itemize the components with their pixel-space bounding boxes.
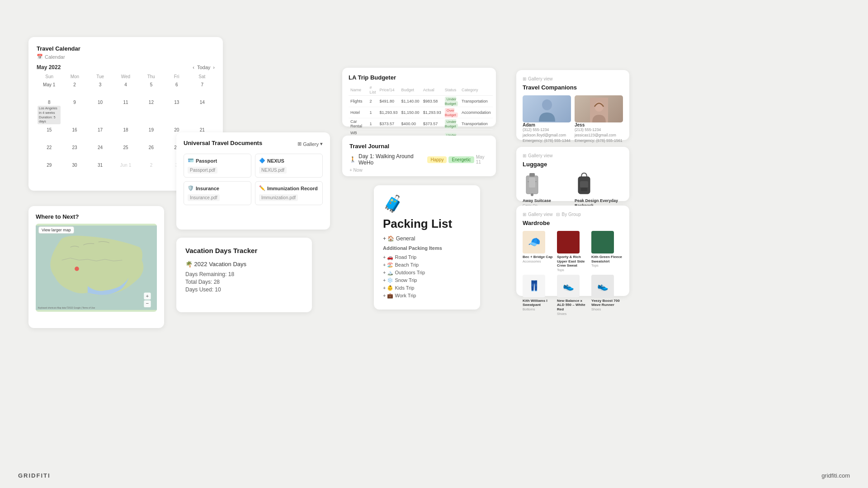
cal-day[interactable]: 13 <box>164 99 189 126</box>
cal-day[interactable]: 31 <box>88 161 113 178</box>
cal-day[interactable]: 30 <box>62 161 87 178</box>
where-next-card: Where to Next? View larger map + − Keybo… <box>28 206 164 328</box>
trip-budgeter-card: LA Trip Budgeter Name # List Price/14 Bu… <box>342 68 496 127</box>
cal-day[interactable]: 25 <box>113 144 138 161</box>
doc-item-nexus[interactable]: 🔷 NEXUS NEXUS.pdf <box>255 154 323 178</box>
cal-day[interactable]: 3 <box>88 81 113 98</box>
companion-adam-name: Adam <box>523 122 571 127</box>
travel-calendar-subtitle: 📅 Calendar <box>37 54 215 60</box>
doc-item-passport[interactable]: 🪪 Passport Passport.pdf <box>184 154 251 178</box>
cal-day[interactable]: 11 <box>113 99 138 126</box>
wardrobe-shoe2-name: Yeezy Boost 700 Wave Runner <box>591 299 623 307</box>
cal-day[interactable]: 9 <box>62 99 87 126</box>
col-actual: Actual <box>421 84 443 96</box>
companion-adam-email: jackson.lloyd@gmail.com <box>523 133 571 138</box>
map-placeholder: View larger map + − Keyboard shortcuts M… <box>36 224 157 312</box>
svg-rect-12 <box>529 173 535 177</box>
cal-day[interactable]: 24 <box>88 144 113 161</box>
cal-day[interactable]: 17 <box>88 126 113 143</box>
cal-day[interactable]: 15 <box>37 126 61 143</box>
companion-adam-emergency: Emergency: (678) 555-1344 <box>523 138 571 144</box>
wardrobe-sweat1-cat: Tops <box>557 268 564 272</box>
svg-text:+: + <box>146 293 149 299</box>
wardrobe-group-label: ⊟ By Group <box>556 212 580 217</box>
branding-right: gridfiti.com <box>821 472 850 479</box>
packing-item[interactable]: + 💼 Work Trip <box>383 292 471 300</box>
calendar-month: May 2022 <box>37 64 61 70</box>
person-icon: 🚶 <box>349 156 356 163</box>
cal-day[interactable]: 23 <box>62 144 87 161</box>
doc-item-insurance[interactable]: 🛡️ Insurance Insurance.pdf <box>184 181 251 205</box>
col-name: Name <box>349 84 368 96</box>
view-larger-map-btn[interactable]: View larger map <box>38 226 74 234</box>
cal-day[interactable]: 10 <box>88 99 113 126</box>
budget-row[interactable]: Flights 2 $491.80 $1,140.00 $983.58 Unde… <box>349 96 493 107</box>
budget-row[interactable]: Car Rental 1 $373.57 $400.00 $373.57 Und… <box>349 118 493 130</box>
companions-gallery-label: ⊞ Gallery view <box>523 76 623 81</box>
wardrobe-sweat1-name: Sporty & Rich Upper East Side Crew Sweat <box>557 255 589 268</box>
immunization-icon: ✏️ <box>259 185 265 191</box>
companion-jess-photo <box>575 95 623 122</box>
packing-item[interactable]: + 👶 Kids Trip <box>383 284 471 292</box>
wardrobe-shoe1-cat: Shoes <box>557 312 566 316</box>
doc-file: Immunization.pdf <box>259 194 298 201</box>
calendar-days-header: SunMon TueWed ThuFri Sat <box>37 74 215 79</box>
cal-day[interactable]: 7 <box>190 81 215 98</box>
gallery-icon: ⊞ <box>523 76 526 81</box>
luggage-title: Luggage <box>523 161 623 168</box>
cal-day[interactable]: 19 <box>139 126 164 143</box>
packing-item[interactable]: + 🏔️ Outdoors Trip <box>383 269 471 277</box>
budget-cell-name: Car Rental <box>349 118 368 130</box>
insurance-icon: 🛡️ <box>188 185 194 191</box>
prev-icon[interactable]: ‹ <box>193 65 194 70</box>
packing-item[interactable]: + 🚗 Road Trip <box>383 253 471 261</box>
journal-new[interactable]: + Now <box>349 168 489 173</box>
doc-item-immunization[interactable]: ✏️ Immunization Record Immunization.pdf <box>255 181 323 205</box>
budget-cell-category: Transportation <box>460 96 493 107</box>
companion-adam: Adam (312) 555-1234 jackson.lloyd@gmail.… <box>523 95 571 144</box>
col-status: Status <box>443 84 460 96</box>
budget-cell-num: 1 <box>368 118 378 130</box>
cal-day[interactable]: 12 <box>139 99 164 126</box>
today-btn[interactable]: Today <box>197 65 210 70</box>
svg-point-14 <box>531 193 533 196</box>
cal-day[interactable]: 8 Los Angelesin 4 weeksDuration: 5 days <box>37 99 61 126</box>
cal-day[interactable]: 29 <box>37 161 61 178</box>
travel-journal-title: Travel Journal <box>349 143 489 150</box>
packing-general[interactable]: + 🏠 General <box>383 235 471 242</box>
cal-day[interactable]: May 1 <box>37 81 61 98</box>
wardrobe-cap-name: Bec + Bridge Cap <box>523 255 552 259</box>
budget-cell-actual: $373.57 <box>421 118 443 130</box>
cal-day[interactable]: 26 <box>139 144 164 161</box>
budget-cell-status: Over Budget <box>443 107 460 118</box>
wardrobe-item-cap: 🧢 Bec + Bridge Cap Accessories <box>523 231 554 272</box>
doc-title: 🛡️ Insurance <box>188 185 247 191</box>
cal-day[interactable]: 2 <box>62 81 87 98</box>
cal-day[interactable]: 2 <box>139 161 164 178</box>
cal-day[interactable]: Jun 1 <box>113 161 138 178</box>
packing-list-card: 🧳 Packing List + 🏠 General Additional Pa… <box>374 185 480 310</box>
doc-title: 🪪 Passport <box>188 158 247 164</box>
vacation-tracker-card: Vacation Days Tracker 🌴 2022 Vacation Da… <box>176 238 312 312</box>
travel-journal-card: Travel Journal 🚶 Day 1: Walking Around W… <box>342 136 496 176</box>
gallery-view-btn[interactable]: ⊞ Gallery ▾ <box>297 141 323 147</box>
budget-cell-status: Under Budget <box>443 96 460 107</box>
cal-day[interactable]: 18 <box>113 126 138 143</box>
calendar-event[interactable]: Los Angelesin 4 weeksDuration: 5 days <box>38 106 61 124</box>
next-icon[interactable]: › <box>213 65 215 70</box>
calendar-nav[interactable]: ‹ Today › <box>193 65 215 70</box>
cal-day[interactable]: 14 <box>190 99 215 126</box>
budget-cell-category: Transportation <box>460 118 493 130</box>
cal-day[interactable]: 5 <box>139 81 164 98</box>
budget-cell-status: Under Budget <box>443 118 460 130</box>
cal-day[interactable]: 16 <box>62 126 87 143</box>
cal-day[interactable]: 4 <box>113 81 138 98</box>
budget-row[interactable]: Hotel 1 $1,293.93 $1,150.00 $1,293.93 Ov… <box>349 107 493 118</box>
cal-day[interactable]: 22 <box>37 144 61 161</box>
wardrobe-item-shoe2: 👟 Yeezy Boost 700 Wave Runner Shoes <box>591 275 623 316</box>
cal-day[interactable]: 6 <box>164 81 189 98</box>
companion-adam-photo <box>523 95 571 122</box>
wardrobe-sweat2-name: Kith Green Fleece Sweatshirt <box>591 255 623 263</box>
packing-item[interactable]: + ❄️ Snow Trip <box>383 277 471 284</box>
packing-item[interactable]: + 🏖️ Beach Trip <box>383 261 471 269</box>
